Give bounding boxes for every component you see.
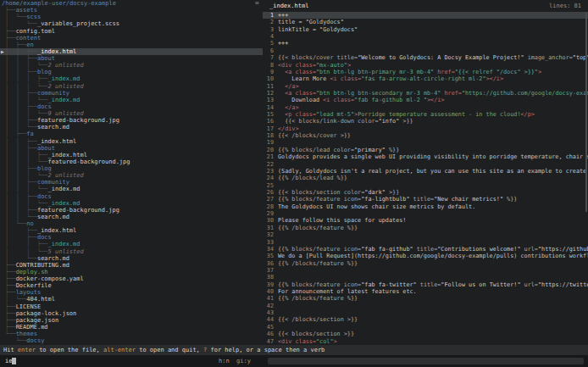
tree-row[interactable]: │ │ ├──_index.md [0, 241, 263, 247]
code-line: 10 Learn More <i class="fas fa-arrow-alt… [263, 75, 588, 82]
tree-row[interactable]: │ └──404.html [0, 296, 263, 303]
tree-row[interactable]: │ │ │ ├──_index.html [0, 152, 263, 158]
tree-row[interactable]: ├──content [0, 35, 263, 42]
tree-row[interactable]: └──docsy [0, 337, 263, 344]
tree-row[interactable]: │ ├──_index.html [0, 227, 263, 234]
tree-row[interactable]: │ │ ├──community [0, 179, 263, 186]
tree-row[interactable]: │ └──_variables_project.scss [0, 20, 263, 27]
tree-row[interactable]: └──themes [0, 331, 263, 337]
tree-row[interactable]: │ │ │ └──2 unlisted [0, 83, 263, 90]
tree-row[interactable]: ├──README.md [0, 324, 263, 331]
tree-row[interactable]: ├──deploy.sh [0, 269, 263, 275]
tree-row[interactable]: │ │ │ └──2 unlisted [0, 62, 263, 69]
tree-row[interactable]: ├──config.toml [0, 28, 263, 35]
tree-row[interactable]: ├──Dockerfile [0, 282, 263, 289]
tree-row[interactable]: │ │ ├──blog [0, 69, 263, 75]
code-line: 31{{% /blocks/feature %}} [263, 225, 588, 231]
code-line: 41{{% /blocks/feature %}} [263, 295, 588, 302]
code-line: 37 [263, 267, 588, 274]
tree-row[interactable]: │ └──no [0, 220, 263, 227]
code-line: 11 </a> [263, 83, 588, 90]
code-line: 1+++ [263, 12, 588, 19]
tree-row[interactable]: ├──docker-compose.yaml [0, 275, 263, 282]
preview-filename: _index.html [269, 0, 308, 12]
tree-row[interactable]: │ │ ├──docs [0, 103, 263, 110]
code-line: 29 [263, 210, 588, 217]
tree-row[interactable]: │ │ │ └──_index.md [0, 186, 263, 192]
code-line: 44{{< /blocks/section >}} [263, 316, 588, 323]
tree-row[interactable]: │ │ │ └──9 unlisted [0, 110, 263, 117]
tree-row[interactable]: ├──LICENSE [0, 303, 263, 310]
code-line: 39{{% blocks/feature icon="fab fa-twitte… [263, 281, 588, 288]
tree-row[interactable]: │ │ ├──about [0, 145, 263, 152]
tree-row[interactable]: │ │ │ └──_index.md [0, 200, 263, 207]
input-cursor [12, 358, 16, 364]
tree-row[interactable]: │ │ ├──community [0, 90, 263, 97]
code-line: 23(Sadly, Goldydocs isn't a real project… [263, 168, 588, 175]
code-line: 45 [263, 324, 588, 331]
tree-row[interactable]: ├──package.json [0, 317, 263, 324]
code-line: 34{{% blocks/feature icon="fab fa-github… [263, 246, 588, 253]
search-input[interactable]: ie [5, 355, 12, 367]
code-line: 42 [263, 303, 588, 309]
tree-row[interactable]: │ │ │ ├──_index.md [0, 75, 263, 82]
code-line: 22 [263, 161, 588, 168]
selection-pointer-icon: ▶ [1, 48, 4, 55]
code-line: 12 <a class="btn btn-lg btn-secondary mr… [263, 90, 588, 97]
code-listing: 1+++2title = "Goldydocs"3linkTitle = "Go… [263, 12, 588, 345]
tree-row[interactable]: │ │ ├──_index.html [0, 138, 263, 145]
input-bar[interactable]: ie h:n gi:y [0, 355, 588, 367]
status-bar: Hit enter to open the file, alt-enter to… [0, 345, 588, 355]
tree-row[interactable]: ├──assets [0, 7, 263, 14]
code-line: 30Please follow this space for updates! [263, 217, 588, 224]
tree-row[interactable]: │ │ └──search.md [0, 124, 263, 131]
code-line: 35We do a [Pull Request](https://github.… [263, 253, 588, 259]
tree-row[interactable]: │ ├──en [0, 42, 263, 48]
file-tree-pane[interactable]: /home/example-user/docsy-example ├──asse… [0, 0, 263, 345]
tree-row[interactable]: │ │ └──5 unlisted [0, 248, 263, 255]
preview-line-count: lines: 81 [549, 0, 581, 12]
code-line: 28The Goldydocs UI now shows chair size … [263, 203, 588, 210]
tree-row[interactable]: │ └──scss [0, 14, 263, 20]
preview-header: _index.html lines: 81 [263, 0, 588, 12]
code-line: 4 [263, 33, 588, 40]
tree-row[interactable]: │ │ │ └──_index.md [0, 97, 263, 103]
code-line: 17</div> [263, 125, 588, 132]
tree-row[interactable]: ├──CONTRIBUTING.md [0, 262, 263, 269]
tree-row[interactable]: ▶│ │ ├──_index.html [0, 48, 263, 55]
code-line: 21Goldydocs provides a single web UI pro… [263, 153, 588, 160]
tree-row[interactable]: │ └──search.md [0, 255, 263, 262]
tree-row[interactable]: │ │ └──search.md [0, 214, 263, 220]
code-line: 47<div class="col"> [263, 338, 588, 345]
code-line: 36{{% /blocks/feature %}} [263, 260, 588, 267]
code-line: 24{{% /blocks/lead %}} [263, 175, 588, 181]
tree-row[interactable]: ├──layouts [0, 289, 263, 296]
code-line: 7{{< blocks/cover title="Welcome to Gold… [263, 54, 588, 61]
code-line: 25 [263, 182, 588, 189]
code-line: 6 [263, 47, 588, 54]
tree-row[interactable]: │ │ ├──featured-background.jpg [0, 117, 263, 124]
code-line: 20{{% blocks/lead color="primary" %}} [263, 147, 588, 153]
code-line: 2title = "Goldydocs" [263, 19, 588, 25]
tree-row[interactable]: │ ├──fa [0, 131, 263, 137]
mode-flags: h:n gi:y [219, 355, 251, 367]
code-line: 8<div class="mx-auto"> [263, 62, 588, 69]
preview-input-strip[interactable] [268, 358, 584, 364]
tree-row[interactable]: │ ├──docs [0, 234, 263, 241]
tree-scroll-indicator-icon[interactable]: ≡ [255, 0, 259, 7]
preview-scrollbar[interactable] [585, 13, 587, 212]
tree-row[interactable]: │ │ ├──blog [0, 165, 263, 172]
tree-row[interactable]: │ │ ├──about [0, 55, 263, 62]
tree-row[interactable]: │ │ │ └──featured-background.jpg [0, 158, 263, 165]
code-line: 3linkTitle = "Goldydocs" [263, 26, 588, 33]
code-line: 43 [263, 309, 588, 316]
code-line: 15 <p class="lead mt-5">Porridge tempera… [263, 111, 588, 118]
code-line: 13 Download <i class="fab fa-github ml-2… [263, 97, 588, 103]
tree-row[interactable]: │ │ │ └──2 unlisted [0, 172, 263, 179]
tree-row[interactable]: ├──package-lock.json [0, 310, 263, 317]
code-line: 27{{% blocks/feature icon="fa-lightbulb"… [263, 196, 588, 203]
tree-row[interactable]: │ │ ├──docs [0, 193, 263, 200]
preview-pane[interactable]: _index.html lines: 81 1+++2title = "Gold… [263, 0, 588, 345]
code-line: 16 {{< blocks/link-down color="info" >}} [263, 118, 588, 125]
tree-row[interactable]: │ │ ├──featured-background.jpg [0, 207, 263, 214]
